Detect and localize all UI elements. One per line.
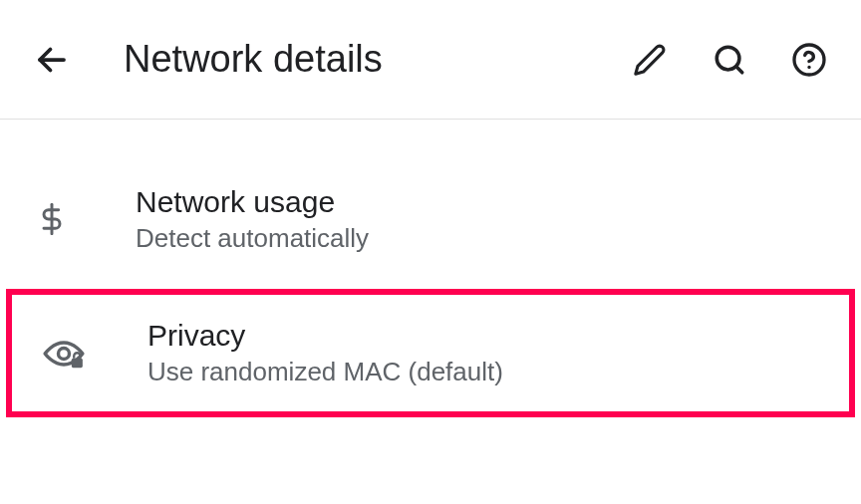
network-usage-subtitle: Detect automatically (136, 223, 369, 254)
svg-line-2 (736, 66, 742, 72)
search-icon (713, 43, 746, 77)
network-usage-item[interactable]: Network usage Detect automatically (0, 159, 861, 279)
back-button[interactable] (28, 36, 76, 84)
privacy-item[interactable]: Privacy Use randomized MAC (default) (6, 289, 855, 417)
back-arrow-icon (34, 42, 70, 78)
network-usage-text: Network usage Detect automatically (136, 185, 369, 254)
help-icon (791, 42, 827, 78)
page-title: Network details (124, 38, 626, 81)
header: Network details (0, 0, 861, 120)
privacy-eye-icon (40, 330, 88, 378)
pencil-icon (633, 43, 667, 77)
privacy-text: Privacy Use randomized MAC (default) (147, 319, 503, 387)
privacy-subtitle: Use randomized MAC (default) (147, 357, 503, 387)
edit-button[interactable] (626, 36, 674, 84)
content: Network usage Detect automatically Priva… (0, 120, 861, 417)
svg-point-6 (59, 348, 70, 359)
search-button[interactable] (706, 36, 753, 84)
network-usage-title: Network usage (136, 185, 369, 219)
svg-rect-7 (72, 358, 83, 367)
action-buttons (626, 36, 833, 84)
privacy-title: Privacy (147, 319, 503, 353)
dollar-icon (28, 195, 76, 243)
help-button[interactable] (785, 36, 833, 84)
